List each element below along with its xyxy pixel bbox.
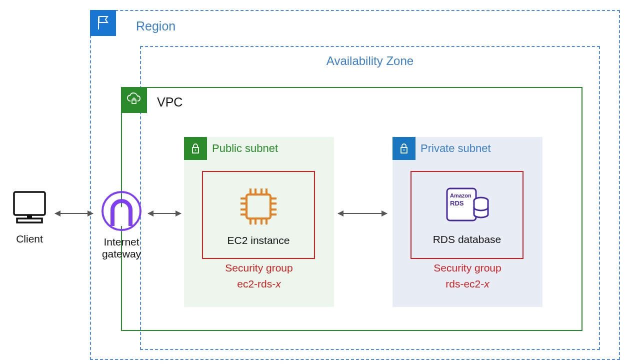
ec2-sg-prefix: ec2-rds-	[237, 278, 276, 290]
internet-gateway-label: Internet gateway	[96, 236, 146, 260]
svg-rect-25	[14, 192, 45, 215]
svg-rect-1	[132, 100, 136, 104]
rds-icon-amazon-text: Amazon	[450, 192, 472, 198]
aws-architecture-diagram: Region Availability Zone VPC Public subn…	[0, 0, 627, 364]
vpc-label: VPC	[157, 95, 182, 110]
availability-zone-label: Availability Zone	[326, 54, 414, 68]
private-subnet-box: Private subnet Amazon RDS RDS database S…	[392, 137, 542, 307]
svg-point-22	[404, 150, 405, 151]
ec2-instance-label: EC2 instance	[228, 234, 290, 246]
public-subnet-box: Public subnet EC2 inst	[184, 137, 334, 307]
arrow-client-to-igw	[55, 213, 93, 214]
svg-rect-4	[246, 194, 270, 218]
rds-sg-prefix: rds-ec2-	[446, 278, 484, 290]
vpc-cloud-lock-icon	[121, 87, 147, 113]
internet-gateway-block: Internet gateway	[96, 190, 146, 260]
ec2-sg-title: Security group	[184, 262, 334, 274]
rds-sg-name: rds-ec2-x	[392, 278, 542, 290]
rds-database-icon: Amazon RDS	[442, 184, 492, 228]
igw-label-line2: gateway	[102, 248, 141, 260]
client-computer-icon	[9, 187, 50, 228]
rds-icon-rds-text: RDS	[450, 200, 464, 207]
ec2-chip-icon	[236, 184, 282, 230]
client-block: Client	[7, 187, 52, 245]
arrow-igw-to-ec2	[148, 213, 181, 214]
rds-sg-suffix: x	[484, 278, 490, 290]
public-subnet-lock-icon	[184, 137, 207, 160]
internet-gateway-icon	[98, 190, 146, 232]
client-label: Client	[7, 233, 52, 245]
public-subnet-label: Public subnet	[212, 142, 278, 155]
rds-sg-title: Security group	[392, 262, 542, 274]
arrow-ec2-to-rds	[338, 213, 387, 214]
region-label: Region	[136, 19, 176, 34]
ec2-sg-name: ec2-rds-x	[184, 278, 334, 290]
svg-rect-27	[27, 215, 32, 218]
private-subnet-label: Private subnet	[420, 142, 491, 155]
rds-security-group-box: Amazon RDS RDS database	[410, 171, 524, 259]
rds-database-label: RDS database	[433, 234, 502, 246]
region-flag-icon	[90, 10, 116, 36]
svg-point-3	[195, 150, 196, 151]
ec2-sg-suffix: x	[276, 278, 281, 290]
private-subnet-lock-icon	[392, 137, 416, 160]
igw-label-line1: Internet	[104, 236, 139, 248]
svg-rect-26	[17, 218, 42, 222]
ec2-security-group-box: EC2 instance	[202, 171, 315, 259]
